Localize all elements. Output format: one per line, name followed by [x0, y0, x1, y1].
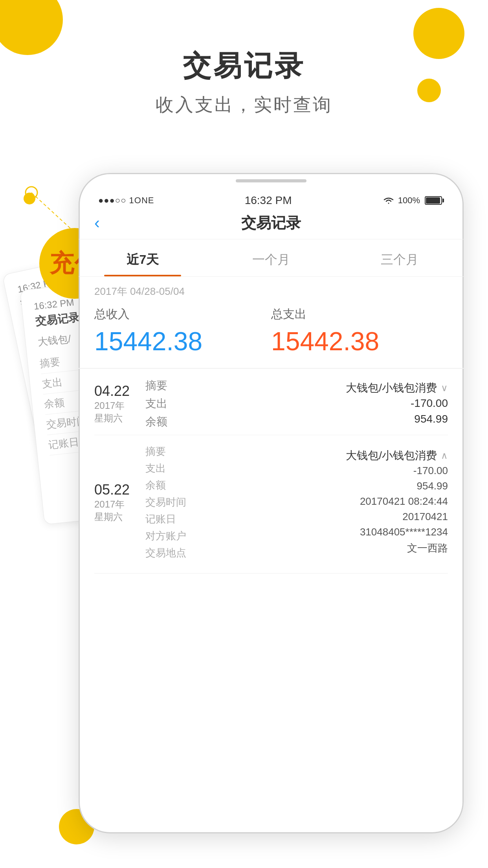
status-right: 100%: [382, 195, 444, 206]
header-section: 交易记录 收入支出，实时查询: [0, 47, 488, 117]
transaction-item-1: 04.22 2017年 星期六 摘要 支出 余额: [94, 369, 448, 435]
wifi-icon: [382, 196, 395, 205]
page-title: 交易记录: [0, 47, 488, 85]
tab-bar: 近7天 一个月 三个月: [79, 239, 464, 277]
battery-pct: 100%: [398, 195, 420, 206]
transaction-list: 04.22 2017年 星期六 摘要 支出 余额: [79, 369, 464, 574]
tx2-labels: 摘要 支出 余额 交易时间 记账日: [145, 443, 346, 561]
tx1-values: 大钱包/小钱包消费 ∨ -170.00 954.99: [346, 381, 448, 427]
tx1-labels: 摘要 支出 余额: [145, 377, 346, 431]
tab-3months[interactable]: 三个月: [335, 239, 464, 276]
battery-icon: [423, 196, 444, 205]
phone-notch: [79, 173, 464, 182]
signal-indicator: ●●●○○ 1ONE: [98, 195, 154, 206]
summary-section: 总收入 15442.38 总支出 15442.38: [79, 302, 464, 369]
date-range: 2017年 04/28-05/04: [79, 277, 464, 302]
status-time: 16:32 PM: [245, 194, 292, 207]
back-button[interactable]: ‹: [94, 215, 100, 231]
income-amount: 15442.38: [94, 326, 271, 356]
tx2-date: 05.22 2017年 星期六: [94, 482, 130, 523]
status-bar: ●●●○○ 1ONE 16:32 PM 100%: [79, 182, 464, 211]
nav-bar: ‹ 交易记录: [79, 211, 464, 239]
tx2-values: 大钱包/小钱包消费 ∧ -170.00 954.99 20170421 08:2…: [346, 448, 448, 557]
transaction-item-2: 05.22 2017年 星期六 摘要 支出 余额: [94, 435, 448, 574]
tx1-date: 04.22 2017年 星期六: [94, 383, 130, 425]
expense-label: 总支出: [271, 306, 448, 322]
tab-7days[interactable]: 近7天: [79, 239, 207, 276]
tx1-chevron[interactable]: ∨: [441, 383, 448, 394]
nav-title: 交易记录: [241, 213, 301, 233]
tx2-chevron[interactable]: ∧: [441, 450, 448, 461]
expense-amount: 15442.38: [271, 326, 448, 356]
phone-mockup: ●●●○○ 1ONE 16:32 PM 100% ‹ 交易记录: [79, 173, 464, 833]
expense-summary: 总支出 15442.38: [271, 306, 448, 356]
deco-circle-top-left: [0, 0, 63, 55]
income-label: 总收入: [94, 306, 271, 322]
income-summary: 总收入 15442.38: [94, 306, 271, 356]
page-subtitle: 收入支出，实时查询: [0, 93, 488, 117]
tab-1month[interactable]: 一个月: [207, 239, 336, 276]
